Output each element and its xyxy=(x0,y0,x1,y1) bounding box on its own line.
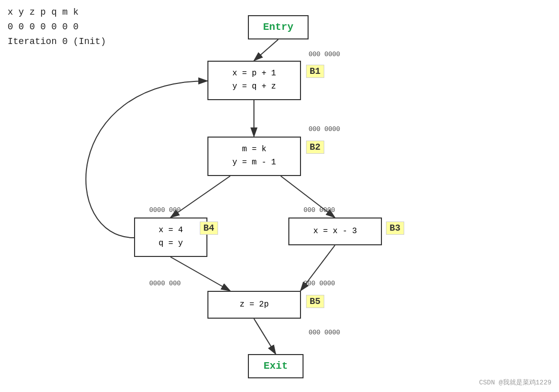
b5-badge: B5 xyxy=(306,295,324,308)
b2-badge: B2 xyxy=(306,141,324,154)
arrows-svg xyxy=(0,0,559,392)
b1-line1: x = p + 1 xyxy=(232,67,276,80)
b4-line2: q = y xyxy=(158,237,183,250)
b1-line2: y = q + z xyxy=(232,80,276,94)
b1-node: x = p + 1 y = q + z xyxy=(207,61,301,100)
edge-label-2: 0000 000 xyxy=(149,206,181,214)
edge-label-1: 000 0000 xyxy=(309,125,340,133)
watermark: CSDN @我就是菜鸡1229 xyxy=(479,378,551,387)
b4-line1: x = 4 xyxy=(158,224,183,237)
exit-node: Exit xyxy=(248,354,304,378)
b2-line2: y = m - 1 xyxy=(232,156,276,169)
edge-label-6: 000 0000 xyxy=(309,329,340,336)
b5-node: z = 2p xyxy=(207,291,301,319)
diagram: Entry x = p + 1 y = q + z B1 m = k y = m… xyxy=(0,0,559,392)
svg-line-1 xyxy=(254,39,278,61)
b4-badge: B4 xyxy=(200,222,218,235)
svg-line-7 xyxy=(254,319,276,354)
b1-badge: B1 xyxy=(306,65,324,78)
edge-label-0: 000 0000 xyxy=(309,51,340,58)
edge-label-4: 0000 000 xyxy=(149,280,181,287)
b4-node: x = 4 q = y xyxy=(134,217,207,257)
edge-label-5: 000 0000 xyxy=(304,280,335,287)
edge-label-3: 000 0000 xyxy=(304,206,335,214)
b5-line1: z = 2p xyxy=(240,298,269,312)
entry-node: Entry xyxy=(248,15,309,39)
b3-node: x = x - 3 xyxy=(288,217,382,245)
b3-line1: x = x - 3 xyxy=(313,225,357,238)
b2-node: m = k y = m - 1 xyxy=(207,137,301,176)
b2-line1: m = k xyxy=(242,143,266,156)
b3-badge: B3 xyxy=(386,222,404,235)
